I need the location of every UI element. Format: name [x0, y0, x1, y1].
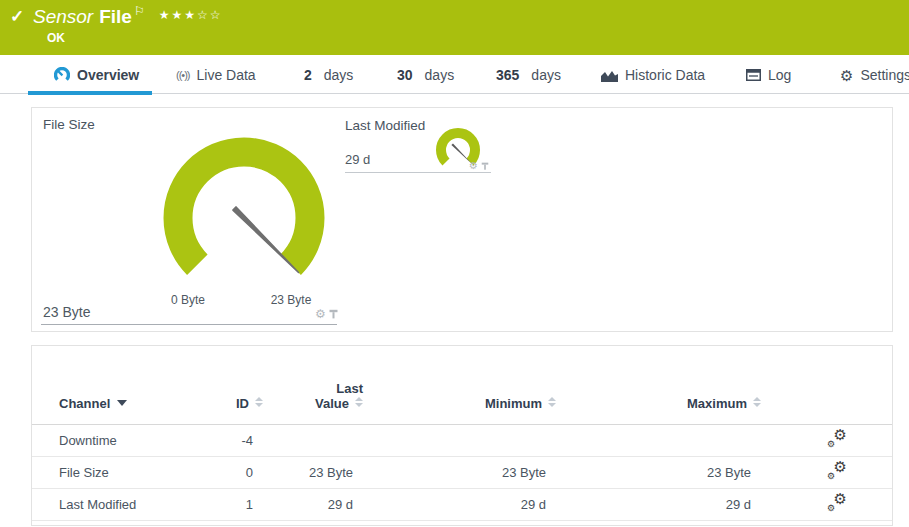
active-tab-indicator [28, 91, 152, 95]
tab-30-days-number: 30 [397, 67, 413, 83]
channel-id: 1 [202, 488, 267, 520]
channel-id: -4 [202, 424, 267, 456]
channel-id: 0 [202, 456, 267, 488]
sort-icon [548, 397, 556, 407]
file-size-value: 23 Byte [43, 304, 90, 320]
tab-historic-data[interactable]: Historic Data [601, 62, 705, 88]
tab-settings-label: Settings [860, 67, 909, 83]
channel-name[interactable]: File Size [32, 456, 202, 488]
tab-live-data[interactable]: ((•)) Live Data [176, 62, 256, 88]
file-size-gauge-tools: ⚙ [315, 308, 338, 320]
channel-maximum [560, 424, 765, 456]
gauge-pin-icon[interactable] [481, 162, 489, 171]
flag-icon[interactable]: ⚐ [134, 4, 145, 18]
channel-maximum: 23 Byte [560, 456, 765, 488]
tab-2-days-label: days [324, 67, 354, 83]
gauges-panel: File Size 0 Byte 23 Byte 23 Byte ⚙ Last … [31, 107, 893, 332]
channel-minimum: 23 Byte [367, 456, 560, 488]
column-header-id[interactable]: ID [202, 346, 267, 424]
sensor-status-badge: OK [47, 31, 65, 45]
table-row[interactable]: Downtime -4 ⚙⚙ [32, 424, 892, 456]
tab-overview-label: Overview [77, 67, 139, 83]
table-row[interactable]: Last Modified 1 29 d 29 d 29 d ⚙⚙ [32, 488, 892, 520]
gear-icon: ⚙ [840, 68, 853, 83]
column-header-id-label: ID [236, 396, 249, 411]
last-modified-gauge-underline [345, 172, 491, 173]
priority-stars[interactable]: ★★★☆☆ [159, 8, 223, 22]
sensor-page: ✓ SensorFile⚐★★★☆☆ OK Overview ((•)) Liv… [0, 0, 909, 527]
last-modified-value: 29 d [345, 152, 370, 167]
channel-settings-gears-icon[interactable]: ⚙⚙ [827, 494, 847, 511]
sensor-status-header: ✓ SensorFile⚐★★★☆☆ OK [0, 0, 909, 55]
file-size-gauge-title: File Size [43, 117, 95, 132]
gauge-settings-gear-icon[interactable]: ⚙ [469, 161, 478, 171]
gauge-settings-gear-icon[interactable]: ⚙ [315, 308, 326, 320]
sort-icon [355, 397, 363, 407]
sort-icon [753, 397, 761, 407]
sensor-title: SensorFile⚐★★★☆☆ [33, 4, 223, 28]
channels-table-header-row: Channel ID Last Value Minimum Maximum [32, 346, 892, 424]
channel-minimum: 29 d [367, 488, 560, 520]
table-row[interactable]: File Size 0 23 Byte 23 Byte 23 Byte ⚙⚙ [32, 456, 892, 488]
column-header-maximum-label: Maximum [687, 396, 747, 411]
file-size-gauge[interactable] [156, 130, 332, 306]
tab-2-days[interactable]: 2 days [304, 62, 353, 88]
channel-maximum: 29 d [560, 488, 765, 520]
channel-settings-gears-icon[interactable]: ⚙⚙ [827, 462, 847, 479]
channel-name[interactable]: Downtime [32, 424, 202, 456]
sort-icon [255, 397, 263, 407]
channel-name[interactable]: Last Modified [32, 488, 202, 520]
tab-historic-data-label: Historic Data [625, 67, 705, 83]
gauge-scale-min: 0 Byte [158, 293, 218, 307]
last-modified-gauge-title: Last Modified [345, 118, 425, 133]
broadcast-icon: ((•)) [176, 69, 190, 81]
gauge-icon [54, 67, 70, 83]
column-header-actions [765, 346, 892, 424]
area-chart-icon [601, 69, 618, 82]
tab-log[interactable]: Log [746, 62, 791, 88]
channel-last-value: 29 d [267, 488, 367, 520]
column-header-last-value[interactable]: Last Value [267, 346, 367, 424]
channel-last-value: 23 Byte [267, 456, 367, 488]
tab-30-days[interactable]: 30 days [397, 62, 454, 88]
channel-minimum [367, 424, 560, 456]
sensor-title-name: File [99, 6, 132, 27]
gauge-pin-icon[interactable] [329, 309, 338, 320]
column-header-minimum-label: Minimum [485, 396, 542, 411]
ok-check-icon: ✓ [10, 6, 24, 27]
tab-365-days-label: days [531, 67, 561, 83]
last-modified-gauge-tools: ⚙ [469, 161, 489, 171]
column-header-channel-label: Channel [59, 396, 110, 411]
channels-panel: Channel ID Last Value Minimum Maximum Do… [31, 345, 893, 526]
log-icon [746, 69, 761, 81]
column-header-channel[interactable]: Channel [32, 346, 202, 424]
tab-2-days-number: 2 [304, 67, 312, 83]
channel-last-value [267, 424, 367, 456]
column-header-minimum[interactable]: Minimum [367, 346, 560, 424]
file-size-gauge-underline [41, 324, 337, 325]
tab-365-days[interactable]: 365 days [496, 62, 561, 88]
sensor-tabbar: Overview ((•)) Live Data 2 days 30 days … [0, 60, 909, 94]
gauge-scale-max: 23 Byte [258, 293, 324, 307]
tab-live-data-label: Live Data [197, 67, 256, 83]
sensor-title-prefix: Sensor [33, 6, 93, 27]
tab-365-days-number: 365 [496, 67, 519, 83]
column-header-maximum[interactable]: Maximum [560, 346, 765, 424]
tab-30-days-label: days [425, 67, 455, 83]
tab-log-label: Log [768, 67, 791, 83]
tab-overview[interactable]: Overview [54, 62, 139, 88]
sort-desc-icon [117, 400, 127, 406]
channel-settings-gears-icon[interactable]: ⚙⚙ [827, 430, 847, 447]
channels-table: Channel ID Last Value Minimum Maximum Do… [32, 346, 892, 521]
tab-settings[interactable]: ⚙ Settings [840, 62, 909, 88]
